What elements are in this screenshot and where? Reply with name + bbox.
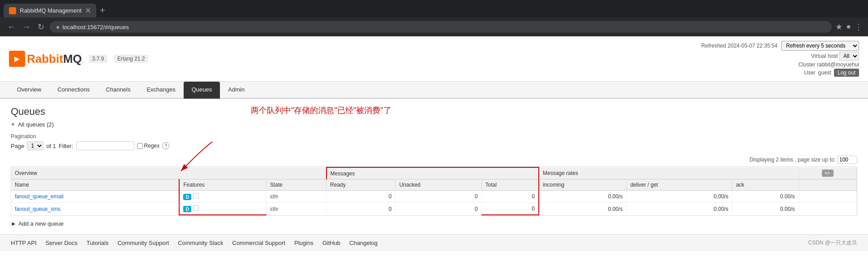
nav-item-overview[interactable]: Overview bbox=[9, 82, 49, 99]
th-features: Features bbox=[179, 179, 266, 191]
erlang-badge: Erlang 21.2 bbox=[114, 55, 148, 63]
pagination-label: Pagination bbox=[11, 133, 857, 140]
page-label: Page bbox=[11, 143, 24, 149]
main-content: Queues 两个队列中"存储的消息"已经"被消费"了 ▼ All queues… bbox=[0, 99, 868, 234]
cell-features: D bbox=[179, 191, 266, 203]
th-total: Total bbox=[481, 179, 539, 191]
nav-item-queues[interactable]: Queues bbox=[184, 82, 220, 99]
collapse-icon[interactable]: ▼ bbox=[11, 122, 15, 127]
filter-input[interactable] bbox=[76, 141, 134, 150]
cell-total: 0 bbox=[481, 191, 539, 203]
footer-link[interactable]: Changelog bbox=[349, 240, 378, 246]
lock-icon: ● bbox=[56, 23, 60, 31]
cell-name[interactable]: fanout_queue_email bbox=[11, 191, 179, 203]
nav-item-channels[interactable]: Channels bbox=[98, 82, 138, 99]
app-footer: HTTP APIServer DocsTutorialsCommunity Su… bbox=[0, 234, 868, 251]
cell-state: idle bbox=[266, 203, 326, 215]
browser-right-icons: ★ ● ⋮ bbox=[835, 22, 863, 32]
add-queue-label: Add a new queue bbox=[18, 220, 64, 227]
tab-favicon bbox=[9, 7, 16, 14]
back-button[interactable]: ← bbox=[5, 21, 17, 34]
pagination-controls: Page 1 of 1 Filter: Regex ? bbox=[11, 141, 857, 150]
forward-button[interactable]: → bbox=[21, 21, 32, 34]
footer-links: HTTP APIServer DocsTutorialsCommunity Su… bbox=[11, 240, 378, 246]
tab-bar: RabbitMQ Management ✕ + bbox=[0, 0, 868, 17]
footer-link[interactable]: Community Support bbox=[117, 240, 169, 246]
cell-incoming: 0.00/s bbox=[539, 191, 627, 203]
logout-button[interactable]: Log out bbox=[834, 69, 859, 77]
new-tab-button[interactable]: + bbox=[96, 5, 109, 16]
refreshed-label: Refreshed 2024-05-07 22:35:54 bbox=[701, 43, 778, 49]
tab-close-button[interactable]: ✕ bbox=[85, 6, 91, 15]
footer-link[interactable]: Tutorials bbox=[86, 240, 108, 246]
nav-item-connections[interactable]: Connections bbox=[49, 82, 98, 99]
cell-deliver-get: 0.00/s bbox=[627, 191, 732, 203]
add-queue-link[interactable]: ► Add a new queue bbox=[11, 220, 857, 227]
page-select[interactable]: 1 bbox=[27, 141, 43, 150]
zoom-icon[interactable]: ★ bbox=[835, 22, 842, 32]
th-overview: Overview bbox=[11, 167, 327, 179]
cell-ack: 0.00/s bbox=[732, 191, 799, 203]
nav-item-admin[interactable]: Admin bbox=[220, 82, 253, 99]
virtual-host-row: Virtual host All bbox=[811, 52, 859, 61]
th-incoming: incoming bbox=[539, 179, 627, 191]
table-row: fanout_queue_email D idle 0 0 0 0.00/s 0… bbox=[11, 191, 857, 203]
queues-table: Overview Messages Message rates +/- Name… bbox=[11, 167, 857, 215]
table-container: Overview Messages Message rates +/- Name… bbox=[11, 166, 857, 216]
menu-icon[interactable]: ⋮ bbox=[855, 22, 863, 32]
page-size-input[interactable] bbox=[837, 156, 857, 164]
section-header: ▼ All queues (2) bbox=[11, 121, 857, 128]
browser-controls: ← → ↻ ● localhost:15672/#/queues ★ ● ⋮ bbox=[0, 17, 868, 36]
add-queue-row: ► Add a new queue bbox=[11, 220, 857, 227]
logo-text: RabbitMQ. bbox=[27, 52, 83, 66]
filter-label: Filter: bbox=[59, 143, 73, 149]
triangle-icon: ► bbox=[11, 220, 17, 227]
help-icon[interactable]: ? bbox=[162, 142, 169, 149]
plus-minus-button[interactable]: +/- bbox=[822, 170, 834, 177]
display-info: Displaying 2 items , page size up to: bbox=[11, 156, 857, 164]
cell-features: D bbox=[179, 203, 266, 215]
footer-link[interactable]: GitHub bbox=[322, 240, 340, 246]
th-ready: Ready bbox=[327, 179, 395, 191]
cell-state: idle bbox=[266, 191, 326, 203]
logo: ► RabbitMQ. bbox=[9, 51, 83, 67]
footer-credit: CSDN @一只大皮旦 bbox=[808, 239, 857, 247]
app-header: ► RabbitMQ. 3.7.9 Erlang 21.2 Refreshed … bbox=[0, 36, 868, 82]
logo-area: ► RabbitMQ. 3.7.9 Erlang 21.2 bbox=[9, 51, 148, 67]
th-deliver-get: deliver / get bbox=[627, 179, 732, 191]
url-bar[interactable]: ● localhost:15672/#/queues bbox=[50, 21, 832, 33]
browser-chrome: RabbitMQ Management ✕ + ← → ↻ ● localhos… bbox=[0, 0, 868, 36]
th-messages: Messages bbox=[327, 167, 539, 179]
footer-link[interactable]: HTTP API bbox=[11, 240, 37, 246]
cell-incoming: 0.00/s bbox=[539, 203, 627, 215]
refresh-select[interactable]: Refresh every 5 seconds Refresh every 10… bbox=[781, 41, 859, 51]
reload-button[interactable]: ↻ bbox=[36, 20, 46, 34]
footer-link[interactable]: Community Slack bbox=[178, 240, 223, 246]
regex-checkbox[interactable] bbox=[137, 143, 143, 149]
cell-ready: 0 bbox=[327, 203, 395, 215]
cell-empty bbox=[799, 191, 856, 203]
virtual-host-select[interactable]: All bbox=[839, 52, 859, 61]
browser-tab[interactable]: RabbitMQ Management ✕ bbox=[4, 4, 96, 17]
cell-total: 0 bbox=[481, 203, 539, 215]
of-label: of 1 bbox=[46, 143, 56, 149]
nav-bar: Overview Connections Channels Exchanges … bbox=[0, 82, 868, 99]
refresh-row: Refreshed 2024-05-07 22:35:54 Refresh ev… bbox=[701, 41, 859, 51]
account-icon[interactable]: ● bbox=[846, 22, 851, 32]
cell-ack: 0.00/s bbox=[732, 203, 799, 215]
cell-ready: 0 bbox=[327, 191, 395, 203]
th-name: Name bbox=[11, 179, 179, 191]
th-message-rates: Message rates bbox=[539, 167, 799, 179]
pagination-section: Pagination Page 1 of 1 Filter: Regex ? bbox=[11, 133, 857, 150]
cell-name[interactable]: fanout_queue_sms bbox=[11, 203, 179, 215]
footer-link[interactable]: Commercial Support bbox=[232, 240, 286, 246]
footer-link[interactable]: Server Docs bbox=[46, 240, 78, 246]
footer-link[interactable]: Plugins bbox=[294, 240, 314, 246]
th-ack: ack bbox=[732, 179, 799, 191]
regex-label: Regex bbox=[137, 143, 160, 149]
th-plus-minus: +/- bbox=[799, 167, 856, 179]
header-right: Refreshed 2024-05-07 22:35:54 Refresh ev… bbox=[701, 41, 859, 77]
cluster-row: Cluster rabbit@moyuehui bbox=[798, 61, 859, 68]
nav-item-exchanges[interactable]: Exchanges bbox=[138, 82, 183, 99]
app-container: ► RabbitMQ. 3.7.9 Erlang 21.2 Refreshed … bbox=[0, 36, 868, 251]
